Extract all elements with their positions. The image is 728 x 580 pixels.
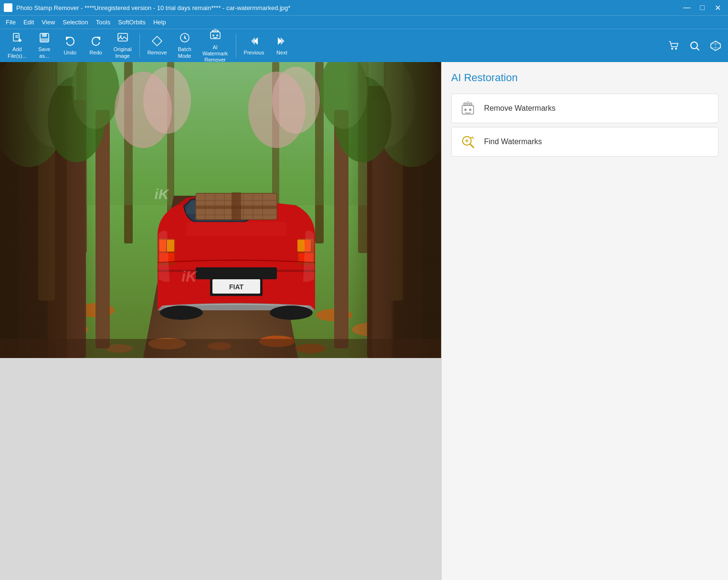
redo-button[interactable]: Redo — [84, 32, 108, 60]
undo-label: Undo — [64, 50, 76, 56]
svg-text:FIAT: FIAT — [229, 283, 244, 291]
svg-rect-94 — [186, 222, 286, 236]
svg-point-19 — [216, 34, 218, 36]
add-file-label: AddFile(s)... — [8, 46, 27, 59]
menu-view[interactable]: View — [38, 18, 59, 27]
svg-rect-108 — [196, 205, 277, 209]
ai-watermark-remover-icon — [209, 28, 222, 43]
svg-point-12 — [184, 37, 186, 39]
batch-mode-button[interactable]: BatchMode — [173, 32, 197, 60]
remove-button[interactable]: Remove — [144, 32, 171, 60]
toolbar-separator-2 — [236, 34, 236, 58]
svg-rect-8 — [118, 33, 127, 41]
window-title: Photo Stamp Remover - ****Unregistered v… — [16, 4, 290, 11]
next-icon — [276, 35, 287, 49]
toolbar-separator-1 — [139, 34, 140, 58]
svg-rect-115 — [0, 339, 441, 358]
svg-point-80 — [272, 67, 320, 134]
remove-watermarks-icon — [459, 100, 476, 117]
batch-mode-label: BatchMode — [178, 46, 191, 59]
svg-rect-6 — [42, 33, 47, 37]
remove-label: Remove — [148, 50, 167, 56]
menu-softorbits[interactable]: SoftOrbits — [114, 18, 149, 27]
svg-point-14 — [212, 30, 214, 32]
svg-point-122 — [469, 109, 472, 111]
remove-watermarks-label: Remove Watermarks — [484, 104, 556, 113]
app-icon: 🖼 — [4, 3, 12, 12]
title-bar: 🖼 Photo Stamp Remover - ****Unregistered… — [0, 0, 728, 15]
next-button[interactable]: Next — [270, 32, 294, 60]
app-icon-glyph: 🖼 — [5, 4, 11, 11]
close-button[interactable]: ✕ — [711, 2, 724, 13]
undo-icon — [64, 35, 76, 49]
toolbar: AddFile(s)... Saveas... Undo — [0, 29, 728, 62]
find-watermarks-label: Find Watermarks — [484, 137, 542, 146]
svg-point-118 — [470, 103, 472, 105]
previous-icon — [248, 35, 260, 49]
previous-label: Previous — [244, 50, 264, 56]
ai-watermark-remover-label: AIWatermarkRemover — [202, 44, 228, 63]
save-as-button[interactable]: Saveas... — [32, 32, 56, 60]
previous-button[interactable]: Previous — [240, 32, 268, 60]
original-image-label: OriginalImage — [114, 46, 132, 59]
save-as-icon — [39, 32, 50, 45]
menu-tools[interactable]: Tools — [92, 18, 114, 27]
ai-restoration-title: AI Restoration — [451, 72, 718, 84]
right-panel: AI Restoration Remove Watermarks — [441, 62, 728, 580]
cart-button[interactable] — [665, 37, 682, 54]
title-bar-controls: — □ ✕ — [680, 2, 724, 13]
svg-point-121 — [464, 109, 467, 111]
menu-selection[interactable]: Selection — [59, 18, 92, 27]
svg-marker-10 — [152, 36, 162, 46]
search-button[interactable] — [686, 37, 703, 54]
add-file-icon — [11, 32, 23, 45]
menu-file[interactable]: File — [2, 18, 20, 27]
svg-rect-7 — [41, 38, 48, 42]
svg-rect-114 — [346, 62, 441, 358]
image-area: FIAT — [0, 62, 441, 580]
remove-icon — [151, 35, 163, 49]
toolbar-right — [665, 37, 724, 54]
menu-edit[interactable]: Edit — [20, 18, 38, 27]
undo-button[interactable]: Undo — [58, 32, 82, 60]
svg-line-126 — [470, 144, 474, 148]
find-watermarks-button[interactable]: Find Watermarks — [451, 127, 718, 157]
maximize-button[interactable]: □ — [696, 2, 709, 13]
next-label: Next — [276, 50, 287, 56]
find-watermarks-icon — [459, 133, 476, 150]
3d-view-button[interactable] — [707, 37, 724, 54]
original-image-icon — [117, 32, 128, 45]
svg-point-26 — [671, 48, 673, 50]
batch-mode-icon — [179, 32, 190, 45]
svg-rect-113 — [0, 62, 95, 358]
menu-help[interactable]: Help — [149, 18, 170, 27]
main-layout: FIAT — [0, 62, 728, 580]
image-below-area — [0, 358, 441, 580]
menu-bar: File Edit View Selection Tools SoftOrbit… — [0, 15, 728, 29]
save-as-label: Saveas... — [38, 46, 50, 59]
minimize-button[interactable]: — — [680, 2, 694, 13]
redo-icon — [90, 35, 102, 49]
svg-text:iK: iK — [181, 268, 198, 285]
original-image-button[interactable]: OriginalImage — [110, 32, 136, 60]
title-bar-left: 🖼 Photo Stamp Remover - ****Unregistered… — [4, 3, 290, 12]
svg-point-15 — [217, 30, 219, 32]
svg-point-111 — [270, 306, 313, 320]
svg-rect-109 — [196, 267, 277, 279]
svg-point-117 — [464, 103, 466, 105]
remove-watermarks-button[interactable]: Remove Watermarks — [451, 94, 718, 123]
ai-watermark-remover-button[interactable]: AIWatermarkRemover — [199, 32, 232, 60]
svg-rect-84 — [167, 240, 174, 252]
svg-rect-89 — [297, 240, 305, 252]
add-file-button[interactable]: AddFile(s)... — [4, 32, 31, 60]
svg-point-78 — [143, 67, 191, 134]
svg-point-18 — [212, 34, 214, 36]
svg-point-110 — [160, 306, 203, 320]
svg-line-29 — [697, 48, 699, 50]
redo-label: Redo — [90, 50, 102, 56]
svg-point-27 — [675, 48, 677, 50]
image-canvas[interactable]: FIAT — [0, 62, 441, 358]
